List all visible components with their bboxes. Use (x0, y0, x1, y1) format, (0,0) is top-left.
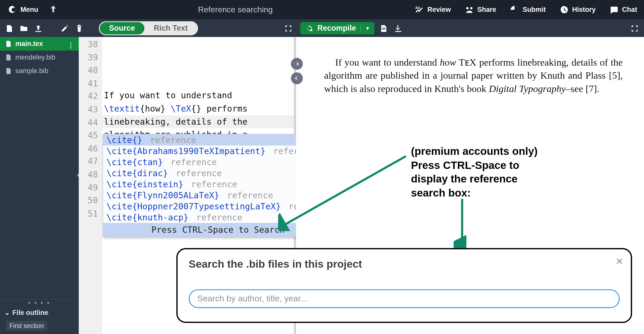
annotation-arrow-down (454, 199, 471, 254)
chevron-down-icon: ⌄ (4, 308, 10, 316)
editor-toolbar: Source Rich Text Recompile ▼ (0, 20, 644, 37)
topbar: Menu Reference searching Ab Review Share… (0, 0, 644, 20)
expand-editor-icon[interactable] (284, 24, 293, 33)
up-button[interactable] (43, 3, 63, 17)
preview-paragraph: If you want to understand how TᴇX perfor… (324, 56, 623, 96)
history-icon (559, 5, 569, 14)
main-area: main.tex ⋮ mendeley.bib sample.bib ● ● ●… (0, 37, 644, 334)
bib-search-title: Search the .bib files in this project (189, 257, 620, 271)
submit-icon (510, 5, 519, 14)
refresh-icon (305, 24, 313, 32)
new-folder-icon[interactable] (20, 24, 28, 33)
svg-point-1 (466, 7, 468, 9)
sync-pdf-to-code-button[interactable] (291, 72, 303, 84)
pdf-preview[interactable]: If you want to understand how TᴇX perfor… (296, 37, 644, 334)
resize-handle[interactable]: ● ● ● ● (0, 300, 79, 306)
file-mendeley-bib[interactable]: mendeley.bib (0, 51, 79, 64)
editor-mode-switch[interactable]: Source Rich Text (99, 21, 198, 35)
review-button[interactable]: Ab Review (408, 3, 458, 17)
review-icon: Ab (415, 5, 424, 14)
share-button[interactable]: Share (458, 3, 503, 17)
menu-button[interactable]: Menu (3, 3, 43, 17)
file-outline-toggle[interactable]: ⌄ File outline (0, 306, 79, 319)
bib-search-modal: Search the .bib files in this project ✕ (176, 248, 632, 323)
submit-button[interactable]: Submit (503, 3, 553, 17)
new-file-icon[interactable] (5, 24, 14, 33)
annotation-arrow-left (278, 146, 415, 231)
expand-preview-icon[interactable] (630, 24, 639, 33)
recompile-dropdown[interactable]: ▼ (360, 25, 370, 31)
chat-icon (609, 5, 619, 14)
svg-rect-6 (382, 29, 386, 29)
history-button[interactable]: History (553, 3, 602, 17)
close-icon[interactable]: ✕ (616, 255, 623, 268)
delete-icon[interactable] (75, 24, 84, 33)
svg-line-7 (283, 156, 406, 226)
sync-code-to-pdf-button[interactable] (291, 58, 303, 70)
menu-label: Menu (20, 6, 38, 14)
recompile-button[interactable]: Recompile ▼ (300, 22, 374, 34)
outline-first-section[interactable]: First section (6, 321, 47, 331)
svg-point-2 (470, 7, 472, 9)
svg-rect-5 (382, 27, 386, 28)
download-pdf-icon[interactable] (394, 24, 403, 33)
bib-search-input[interactable] (189, 289, 620, 308)
share-icon (465, 5, 474, 14)
rename-icon[interactable] (60, 24, 69, 33)
file-sample-bib[interactable]: sample.bib (0, 64, 79, 78)
project-title: Reference searching (63, 5, 408, 14)
source-tab[interactable]: Source (100, 22, 144, 34)
logs-icon[interactable] (379, 24, 388, 33)
file-tree: main.tex ⋮ mendeley.bib sample.bib ● ● ●… (0, 37, 79, 334)
upload-icon[interactable] (34, 24, 43, 33)
richtext-tab[interactable]: Rich Text (144, 22, 197, 34)
line-gutter: 38 39 40 41 42 43 44 45 46 47 48 49 50 5… (79, 37, 102, 334)
chat-button[interactable]: Chat (602, 3, 644, 17)
file-menu-icon[interactable]: ⋮ (66, 40, 75, 50)
overleaf-logo-icon (8, 5, 17, 14)
annotation-text: (premium accounts only) Press CTRL-Space… (411, 144, 538, 200)
svg-text:Ab: Ab (415, 6, 420, 10)
